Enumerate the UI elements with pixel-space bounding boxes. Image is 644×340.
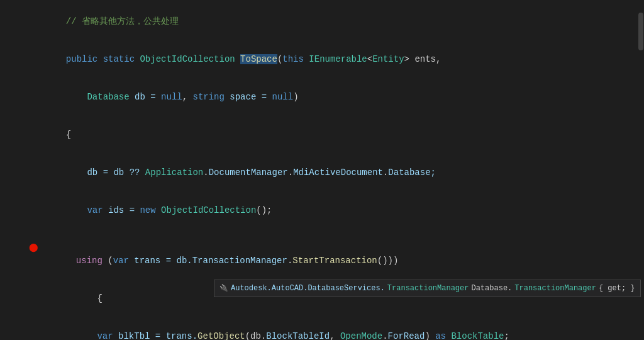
var-forread: ForRead xyxy=(388,331,425,340)
line-6: var ids = new ObjectIdCollection(); xyxy=(0,191,644,229)
debug-breakpoint-icon: ⬤ xyxy=(29,242,38,254)
var-database: Database; xyxy=(388,167,436,178)
kw-null1: null xyxy=(161,92,182,102)
kw-var2: var xyxy=(113,256,135,266)
parens-ids: (); xyxy=(256,205,272,215)
tooltip-txnmgr-link: TransactionManager xyxy=(387,282,469,295)
line-3: Database db = null, string space = null) xyxy=(0,78,644,116)
var-space: space = xyxy=(230,92,272,102)
dot1: . xyxy=(203,167,208,178)
kw-as1: as xyxy=(435,331,451,340)
kw-var1: var xyxy=(87,205,108,215)
type-database: Database xyxy=(87,92,135,102)
code-content: // 省略其他方法，公共处理 public static ObjectIdCol… xyxy=(0,0,644,340)
line-10: var blkTbl = trans.GetObject(db.BlockTab… xyxy=(0,317,644,340)
type-openmode1: OpenMode xyxy=(340,331,382,340)
angle-open: < xyxy=(367,54,372,64)
indent6: { xyxy=(55,293,103,303)
indent3 xyxy=(45,167,87,178)
comment-text: // 省略其他方法，公共处理 xyxy=(45,16,179,26)
paren8: ) xyxy=(425,331,435,340)
paren7: (db. xyxy=(245,331,267,340)
kw-static: static xyxy=(103,54,140,64)
line-8: ⬤ using (var trans = db.TransactionManag… xyxy=(0,242,644,280)
line-1: // 省略其他方法，公共处理 xyxy=(0,3,644,40)
kw-var3: var xyxy=(97,331,118,340)
kw-new1: new xyxy=(140,205,161,215)
indent4 xyxy=(45,205,87,215)
paren-close: ) xyxy=(293,92,298,102)
line-4: { xyxy=(0,116,644,154)
tooltip-icon: 🔌 xyxy=(219,282,228,295)
method-getobj1: GetObject xyxy=(197,331,245,340)
line-3-content: Database db = null, string space = null) xyxy=(0,78,644,116)
var-ids: ids = xyxy=(108,205,140,215)
comma2: , xyxy=(330,331,340,340)
line-2-content: public static ObjectIdCollection ToSpace… xyxy=(0,40,644,78)
type-application: Application xyxy=(145,167,203,178)
code-editor: // 省略其他方法，公共处理 public static ObjectIdCol… xyxy=(0,0,644,340)
tooltip-txnmgr-link2: TransactionManager xyxy=(514,282,596,295)
dot5: . xyxy=(382,331,387,340)
line-9: { 🔌 Autodesk.AutoCAD.DatabaseServices.Tr… xyxy=(0,280,644,317)
var-blocktableid: BlockTableId xyxy=(266,331,330,340)
tooltip-namespace: Autodesk.AutoCAD.DatabaseServices. xyxy=(231,282,385,295)
type-objectidcollection: ObjectIdCollection xyxy=(140,54,240,64)
paren-using: ( xyxy=(108,256,113,266)
tooltip-getter: { get; } xyxy=(599,282,635,295)
indent5 xyxy=(55,256,76,266)
var-txnmgr: TransactionManager xyxy=(192,256,287,266)
kw-public: public xyxy=(66,54,103,64)
indent xyxy=(45,54,66,64)
type-entity: Entity xyxy=(372,54,404,64)
parens-txn: ())) xyxy=(377,256,399,266)
kw-using: using xyxy=(76,256,108,266)
var-db: db = xyxy=(135,92,161,102)
line-5: db = db ?? Application.DocumentManager.M… xyxy=(0,154,644,191)
method-starttxn: StartTransaction xyxy=(292,256,377,266)
var-blktbl: blkTbl = trans. xyxy=(118,331,197,340)
line-10-content: var blkTbl = trans.GetObject(db.BlockTab… xyxy=(0,317,644,340)
comma-space: , xyxy=(182,92,193,102)
line-2: public static ObjectIdCollection ToSpace… xyxy=(0,40,644,78)
var-docmgr: DocumentManager xyxy=(209,167,288,178)
brace-open-outer: { xyxy=(45,130,71,140)
method-tospace: ToSpace xyxy=(240,54,277,64)
scrollbar-thumb[interactable] xyxy=(638,13,643,50)
kw-null2: null xyxy=(272,92,294,102)
indent7 xyxy=(55,331,97,340)
dot2: . xyxy=(288,167,293,178)
semi1: ; xyxy=(504,331,509,340)
line-7-blank xyxy=(0,229,644,242)
kw-string: string xyxy=(193,92,230,102)
line-1-content: // 省略其他方法，公共处理 xyxy=(0,3,644,40)
type-blocktable: BlockTable xyxy=(451,331,504,340)
type-objectidcoll2: ObjectIdCollection xyxy=(161,205,256,215)
line-4-content: { xyxy=(0,116,644,154)
line-8-content: using (var trans = db.TransactionManager… xyxy=(0,242,644,280)
intellisense-tooltip: 🔌 Autodesk.AutoCAD.DatabaseServices.Tran… xyxy=(214,280,641,297)
type-ienumerable: IEnumerable xyxy=(309,54,367,64)
var-mdidoc: MdiActiveDocument xyxy=(293,167,383,178)
line-7-content xyxy=(0,229,644,242)
tooltip-db-text: Database. xyxy=(471,282,512,295)
indent2 xyxy=(45,92,87,102)
line-5-content: db = db ?? Application.DocumentManager.M… xyxy=(0,154,644,191)
kw-this: this xyxy=(282,54,309,64)
var-trans: trans = db. xyxy=(134,256,192,266)
angle-close-ents: > ents, xyxy=(404,54,441,64)
line-6-content: var ids = new ObjectIdCollection(); xyxy=(0,191,644,229)
var-db2: db = db ?? xyxy=(87,167,145,178)
